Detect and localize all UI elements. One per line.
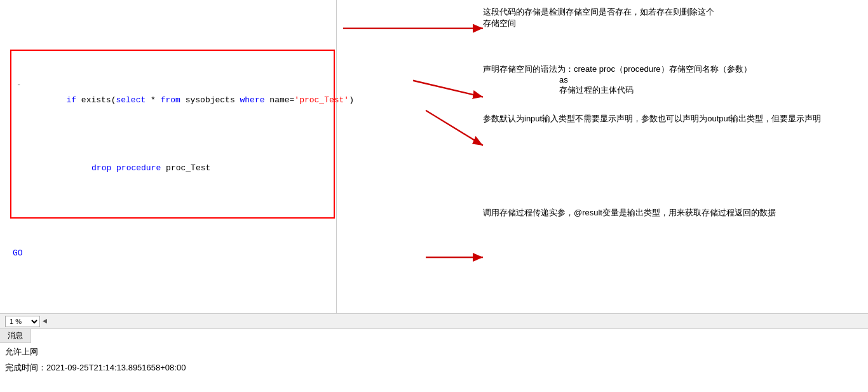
- completion-label: 完成时间：: [5, 363, 46, 372]
- code-text: name=: [265, 95, 295, 105]
- code-text: exists(: [76, 95, 116, 105]
- completion-time-value: 2021-09-25T21:14:13.8951658+08:00: [46, 363, 186, 372]
- code-text: [111, 163, 116, 173]
- code-panel[interactable]: - if exists(select * from sysobjects whe…: [0, 0, 337, 313]
- line-indicator: -: [17, 79, 27, 92]
- ann2-line1: 声明存储空间的语法为：create proc（procedure）存储空间名称（…: [483, 64, 752, 74]
- message-line-1: 允许上网: [5, 346, 863, 359]
- keyword-if: if: [66, 95, 76, 105]
- ann2-line3: 存储过程的主体代码: [483, 85, 634, 95]
- messages-panel: 消息 允许上网 完成时间：2021-09-25T21:14:13.8951658…: [0, 328, 868, 392]
- annotation-4: 调用存储过程传递实参，@result变量是输出类型，用来获取存储过程返回的数据: [483, 207, 776, 219]
- code-area: - if exists(select * from sysobjects whe…: [0, 0, 868, 313]
- ann4-text: 调用存储过程传递实参，@result变量是输出类型，用来获取存储过程返回的数据: [483, 208, 776, 217]
- arrows-svg: [337, 0, 868, 313]
- line-content: if exists(select * from sysobjects where…: [27, 79, 354, 120]
- annotation-1: 这段代码的存储是检测存储空间是否存在，如若存在则删除这个 存储空间: [483, 6, 714, 29]
- keyword-procedure: procedure: [116, 163, 161, 173]
- messages-content: 允许上网 完成时间：2021-09-25T21:14:13.8951658+08…: [0, 343, 868, 377]
- line-indicator: [3, 247, 13, 259]
- code-line: - if exists(select * from sysobjects whe…: [14, 79, 331, 120]
- svg-line-3: [413, 81, 483, 97]
- annotation-3: 参数默认为input输入类型不需要显示声明，参数也可以声明为output输出类型…: [483, 113, 821, 125]
- code-text: [66, 163, 92, 173]
- code-text: sysobjects: [180, 95, 240, 105]
- ann1-text2: 存储空间: [483, 18, 516, 28]
- code-section-1: - if exists(select * from sysobjects whe…: [0, 8, 336, 274]
- code-text: *: [146, 95, 160, 105]
- svg-line-4: [426, 111, 483, 145]
- status-bar: 1 %50%75%100% ◄: [0, 313, 868, 328]
- code-line-go1: GO: [0, 247, 336, 260]
- ann2-line2: as: [483, 75, 568, 84]
- ann1-text: 这段代码的存储是检测存储空间是否存在，如若存在则删除这个: [483, 7, 714, 17]
- code-text: proc_Test: [161, 163, 210, 173]
- messages-tab[interactable]: 消息: [0, 329, 31, 343]
- line-content: drop procedure proc_Test: [27, 147, 329, 188]
- keyword-drop: drop: [92, 163, 111, 173]
- keyword-from: from: [161, 95, 180, 105]
- code-line: drop procedure proc_Test: [14, 147, 331, 188]
- completion-time-line: 完成时间：2021-09-25T21:14:13.8951658+08:00: [5, 362, 863, 375]
- annotation-panel: 这段代码的存储是检测存储空间是否存在，如若存在则删除这个 存储空间 声明存储空间…: [337, 0, 868, 313]
- scroll-indicator: ◄: [43, 317, 47, 326]
- zoom-select[interactable]: 1 %50%75%100%: [5, 316, 40, 327]
- keyword-where: where: [240, 95, 265, 105]
- code-go: GO: [13, 247, 334, 260]
- annotation-2: 声明存储空间的语法为：create proc（procedure）存储空间名称（…: [483, 64, 752, 96]
- keyword-select: select: [116, 95, 146, 105]
- main-container: - if exists(select * from sysobjects whe…: [0, 0, 868, 392]
- ann3-text: 参数默认为input输入类型不需要显示声明，参数也可以声明为output输出类型…: [483, 114, 821, 123]
- line-indicator: [17, 147, 27, 160]
